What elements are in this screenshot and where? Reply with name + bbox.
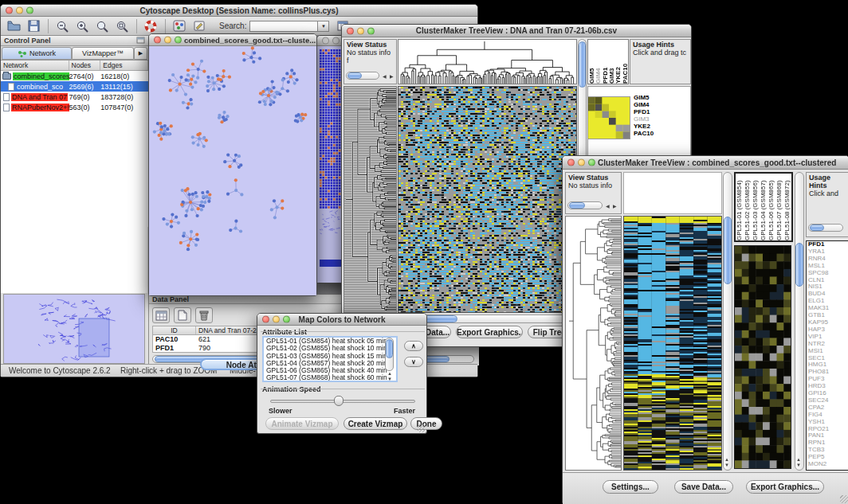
table-row[interactable]: combined_scores 2764(0) 16218(0): [1, 71, 148, 81]
row-dendrogram-panel[interactable]: [565, 216, 622, 471]
close-icon[interactable]: [6, 7, 13, 14]
tv2-column-label[interactable]: GPL51-04 (GSM857): [760, 174, 768, 240]
column-dendrogram-panel[interactable]: [398, 39, 577, 84]
resize-grip[interactable]: [418, 424, 426, 432]
scrollbar-thumb[interactable]: [810, 225, 824, 231]
treeview2-titlebar[interactable]: ClusterMaker TreeView : combined_scores_…: [563, 156, 848, 170]
minimize-icon[interactable]: [332, 37, 340, 45]
tv1-column-label[interactable]: PAC10: [622, 40, 628, 84]
annotation-icon[interactable]: [191, 18, 207, 33]
dialog-titlebar[interactable]: Map Colors to Network: [257, 314, 426, 326]
zoom-window-icon[interactable]: [26, 7, 33, 14]
window-controls[interactable]: [6, 7, 33, 14]
open-session-icon[interactable]: [6, 18, 22, 33]
treeview1-titlebar[interactable]: ClusterMaker TreeView : DNA and Tran 07-…: [342, 25, 691, 37]
scroll-down-icon[interactable]: ▼: [724, 463, 729, 468]
network-view-titlebar[interactable]: combined_scores_good.txt--cluste...: [149, 34, 316, 46]
tv2-column-label[interactable]: GPL51-07 (GSM868): [775, 174, 783, 240]
minimize-icon[interactable]: [578, 159, 585, 166]
table-row[interactable]: DNA and Tran 07 769(0) 183728(0): [1, 92, 148, 102]
cluster-matrix-thumbnail[interactable]: [587, 96, 630, 139]
scroll-left-icon[interactable]: ◀: [383, 74, 387, 80]
row-dendrogram-canvas[interactable]: [344, 87, 396, 312]
birdseye-view[interactable]: [3, 294, 145, 364]
background-network-canvas[interactable]: [320, 49, 342, 240]
tv2-main-vscrollbar[interactable]: ▲▼: [723, 172, 732, 471]
zoom-selected-icon[interactable]: [94, 18, 110, 33]
main-titlebar[interactable]: Cytoscape Desktop (Session Name: collins…: [1, 5, 477, 17]
delete-attribute-icon[interactable]: [195, 307, 213, 323]
usage-hints-hscrollbar[interactable]: [808, 224, 843, 232]
tv1-column-label[interactable]: GIM4: [595, 40, 601, 84]
export-graphics-button[interactable]: Export Graphics...: [746, 480, 824, 494]
settings-button[interactable]: Settings...: [603, 480, 658, 494]
save-data-button[interactable]: Save Data...: [674, 480, 733, 494]
birdseye-canvas[interactable]: [6, 296, 143, 361]
minimize-icon[interactable]: [273, 316, 280, 323]
done-button[interactable]: Done: [410, 417, 442, 430]
close-icon[interactable]: [322, 37, 329, 45]
minimize-icon[interactable]: [164, 37, 171, 44]
row-dendrogram-panel[interactable]: [344, 86, 397, 313]
tab-overflow-arrow[interactable]: ▶: [134, 47, 147, 60]
cluster-matrix-canvas[interactable]: [588, 97, 630, 139]
help-icon[interactable]: [143, 18, 159, 33]
tv2-column-label[interactable]: GPL51-01 (GSM854): [736, 174, 744, 240]
scroll-left-icon[interactable]: ◀: [606, 204, 610, 209]
window-controls[interactable]: [154, 37, 182, 44]
search-combo-arrow-icon[interactable]: ▼: [318, 21, 329, 32]
export-graphics-button[interactable]: Export Graphics...: [456, 326, 523, 338]
zoom-in-icon[interactable]: [74, 18, 90, 33]
minimize-icon[interactable]: [357, 27, 364, 34]
resize-grip[interactable]: [840, 495, 848, 503]
tv2-column-label[interactable]: GPL51-06 (GSM865): [768, 174, 775, 240]
scrollbar-thumb[interactable]: [347, 72, 362, 79]
new-attribute-icon[interactable]: [174, 307, 191, 323]
tv2-column-label[interactable]: GPL51-08 (GSM872): [783, 174, 791, 240]
table-row[interactable]: RNAPuberNov2+! 563(0) 107847(0): [1, 102, 148, 112]
tv2-heatmap[interactable]: [623, 216, 722, 471]
column-dendrogram-canvas[interactable]: [398, 40, 576, 84]
scroll-right-icon[interactable]: ▶: [390, 74, 394, 80]
tab-vizmapper[interactable]: VizMapper™: [72, 47, 134, 60]
tv2-column-label[interactable]: GPL51-03 (GSM856): [752, 174, 760, 240]
zoom-out-icon[interactable]: [54, 18, 70, 33]
tab-network[interactable]: Network: [2, 47, 72, 60]
tv2-zoom-vscrollbar[interactable]: ▲▼: [795, 172, 804, 471]
tv2-zoom-heatmap-canvas[interactable]: [735, 246, 791, 468]
move-down-button[interactable]: ∨: [404, 357, 423, 367]
float-panel-icon[interactable]: [136, 37, 145, 45]
window-controls[interactable]: [347, 27, 375, 34]
move-up-button[interactable]: ∧: [404, 341, 423, 351]
scrollbar-thumb[interactable]: [386, 339, 393, 358]
zoom-window-icon[interactable]: [283, 316, 290, 323]
tv1-gene-label[interactable]: PAC10: [632, 131, 690, 138]
tv1-column-label[interactable]: PFD1: [602, 40, 608, 84]
scrollbar-thumb[interactable]: [579, 41, 586, 88]
network-graph-canvas[interactable]: [149, 46, 316, 295]
tv2-zoom-heatmap[interactable]: [734, 245, 791, 469]
close-icon[interactable]: [347, 27, 354, 34]
zoom-window-icon[interactable]: [588, 159, 595, 166]
create-vizmap-button[interactable]: Create Vizmap: [344, 417, 407, 430]
scroll-right-icon[interactable]: ▶: [613, 204, 617, 209]
tv2-heatmap-canvas[interactable]: [624, 217, 721, 470]
tv2-gene-label[interactable]: MON2: [807, 461, 848, 468]
close-icon[interactable]: [154, 37, 161, 44]
view-status-hscrollbar[interactable]: [346, 72, 379, 80]
window-controls[interactable]: [567, 159, 595, 166]
table-row[interactable]: combined_sco 2569(6) 13112(15): [1, 81, 148, 92]
attribute-list-item[interactable]: GPL51-07 (GSM868) heat shock 60 min: [264, 374, 396, 381]
search-input[interactable]: [249, 21, 318, 32]
attribute-list-vscrollbar[interactable]: [385, 338, 394, 371]
scroll-up-icon[interactable]: ▲: [387, 371, 392, 377]
close-icon[interactable]: [567, 159, 575, 166]
animate-vizmap-button[interactable]: Animate Vizmap: [265, 417, 339, 430]
close-icon[interactable]: [262, 316, 269, 323]
tv1-column-label[interactable]: YKE2: [614, 40, 621, 84]
scrollbar-thumb[interactable]: [569, 202, 585, 209]
tv2-column-label[interactable]: GPL51-02 (GSM855): [744, 174, 752, 240]
scrollbar-thumb[interactable]: [724, 217, 732, 284]
tv1-heatmap-canvas[interactable]: [398, 87, 576, 312]
row-dendrogram-canvas[interactable]: [566, 217, 621, 470]
